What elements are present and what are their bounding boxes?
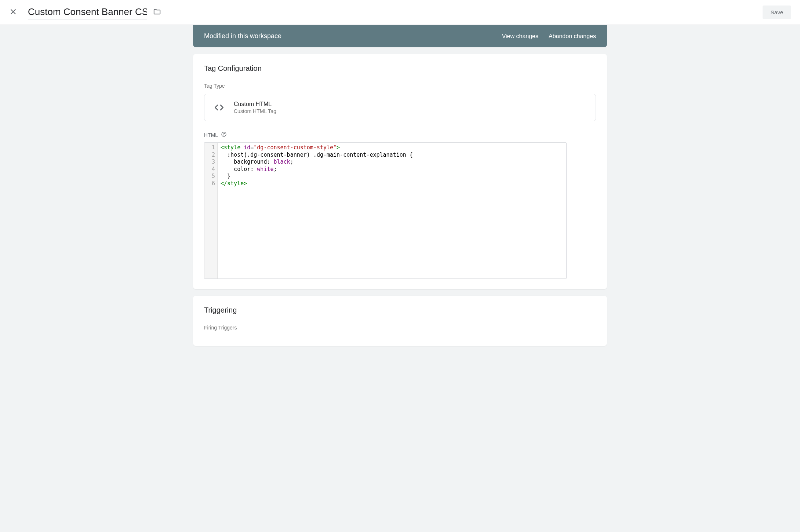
- html-help-button[interactable]: [221, 131, 227, 139]
- view-changes-link[interactable]: View changes: [502, 33, 538, 40]
- firing-triggers-label: Firing Triggers: [204, 325, 596, 331]
- code-line: </style>: [221, 180, 563, 187]
- save-button[interactable]: Save: [763, 6, 791, 19]
- tag-type-selector[interactable]: Custom HTML Custom HTML Tag: [204, 94, 596, 121]
- code-area[interactable]: <style id="dg-consent-custom-style"> :ho…: [218, 143, 566, 278]
- code-gutter: 123456: [204, 143, 218, 278]
- triggering-title: Triggering: [204, 306, 596, 314]
- code-line: color: white;: [221, 166, 563, 173]
- code-line: :host(.dg-consent-banner) .dg-main-conte…: [221, 152, 563, 159]
- help-icon: [221, 131, 227, 139]
- code-line: background: black;: [221, 158, 563, 166]
- svg-point-3: [224, 135, 224, 135]
- code-line: }: [221, 173, 563, 180]
- workspace-banner-label: Modified in this workspace: [204, 32, 492, 40]
- workspace-modified-banner: Modified in this workspace View changes …: [193, 25, 607, 47]
- close-button[interactable]: [9, 8, 18, 17]
- triggering-card: Triggering Firing Triggers: [193, 296, 607, 346]
- tag-config-title: Tag Configuration: [204, 64, 596, 73]
- html-code-editor[interactable]: 123456 <style id="dg-consent-custom-styl…: [204, 142, 567, 279]
- folder-button[interactable]: [153, 8, 161, 17]
- tag-type-label: Tag Type: [204, 83, 596, 89]
- tag-type-desc: Custom HTML Tag: [234, 108, 276, 114]
- page-header: Save: [0, 0, 800, 25]
- custom-html-icon: [212, 101, 226, 114]
- close-icon: [9, 8, 17, 17]
- tag-name-input[interactable]: [28, 6, 147, 19]
- html-field-label: HTML: [204, 132, 218, 138]
- tag-type-name: Custom HTML: [234, 101, 276, 108]
- abandon-changes-link[interactable]: Abandon changes: [549, 33, 596, 40]
- folder-icon: [153, 8, 161, 17]
- tag-configuration-card: Tag Configuration Tag Type Custom HTML C…: [193, 54, 607, 289]
- code-line: <style id="dg-consent-custom-style">: [221, 144, 563, 152]
